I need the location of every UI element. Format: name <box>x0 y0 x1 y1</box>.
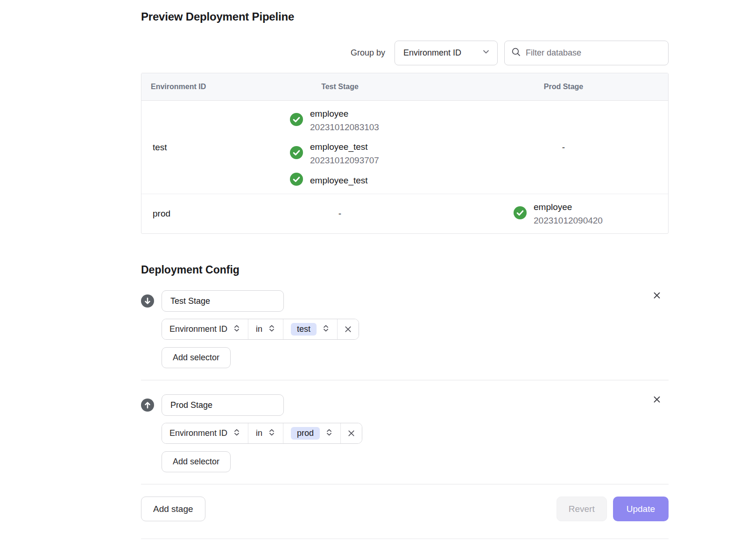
stage-name-input[interactable]: Prod Stage <box>162 394 284 416</box>
column-header-test-stage: Test Stage <box>221 83 459 91</box>
remove-selector-button[interactable] <box>341 423 362 443</box>
unfold-more-icon <box>233 428 240 439</box>
environment-id-cell: prod <box>141 209 221 219</box>
group-by-label: Group by <box>351 48 385 58</box>
column-header-environment-id: Environment ID <box>141 83 221 91</box>
prod-stage-cell: employee 20231012090420 <box>459 200 668 228</box>
stage-config-prod: Prod Stage Environment ID in <box>141 380 669 484</box>
prod-stage-empty-cell: - <box>459 142 668 153</box>
filter-database-box <box>504 41 669 65</box>
main-content: Preview Deployment Pipeline Group by Env… <box>141 0 669 539</box>
success-check-icon <box>290 146 303 161</box>
column-header-prod-stage: Prod Stage <box>459 83 668 91</box>
success-check-icon <box>514 206 527 221</box>
selector-key-dropdown[interactable]: Environment ID <box>162 319 248 339</box>
selector-operator-dropdown[interactable]: in <box>248 319 283 339</box>
selector-operator-value: in <box>256 324 262 334</box>
stage-header: Test Stage <box>141 290 669 312</box>
unfold-more-icon <box>325 428 333 439</box>
database-name: employee_test <box>310 140 379 154</box>
deployment-entry: employee 20231012083103 <box>290 107 390 134</box>
selector-value-pill: prod <box>291 427 320 440</box>
table-row-prod: prod - employee 20231012090420 <box>141 194 668 233</box>
stage-header: Prod Stage <box>141 394 669 416</box>
chevron-down-icon <box>482 48 490 58</box>
schema-version: 20231012083103 <box>310 120 379 134</box>
remove-stage-button[interactable] <box>652 394 662 405</box>
config-footer: Add stage Revert Update <box>141 497 669 521</box>
arrow-down-circle-icon <box>141 294 154 308</box>
test-stage-cell: employee 20231012083103 employee_test 20… <box>221 107 459 188</box>
database-name: employee_test <box>310 174 368 187</box>
deployment-entry: employee_test 20231012093707 <box>290 140 390 168</box>
unfold-more-icon <box>268 428 275 439</box>
deployment-entry: employee_test <box>290 173 390 188</box>
stage-name-input[interactable]: Test Stage <box>162 290 284 312</box>
selector-key-value: Environment ID <box>169 428 227 438</box>
revert-button[interactable]: Revert <box>557 497 607 521</box>
add-selector-button[interactable]: Add selector <box>162 451 231 472</box>
selector-key-value: Environment ID <box>169 324 227 334</box>
filter-database-input[interactable] <box>526 48 662 58</box>
add-selector-button[interactable]: Add selector <box>162 347 231 368</box>
success-check-icon <box>290 173 303 188</box>
deployment-entry: employee 20231012090420 <box>514 200 613 228</box>
selector-operator-value: in <box>256 428 262 438</box>
page-title: Preview Deployment Pipeline <box>141 10 669 23</box>
selector-value-dropdown[interactable]: test <box>283 319 338 339</box>
database-name: employee <box>310 107 379 120</box>
schema-version: 20231012093707 <box>310 154 379 167</box>
pipeline-toolbar: Group by Environment ID <box>141 41 669 65</box>
update-button[interactable]: Update <box>613 497 669 521</box>
table-header-row: Environment ID Test Stage Prod Stage <box>141 73 668 101</box>
group-by-select[interactable]: Environment ID <box>395 41 498 65</box>
unfold-more-icon <box>322 324 330 335</box>
schema-version: 20231012090420 <box>534 214 603 227</box>
unfold-more-icon <box>268 324 275 335</box>
remove-stage-button[interactable] <box>652 290 662 301</box>
database-name: employee <box>534 200 603 214</box>
table-row-test: test employee 20231012083103 <box>141 101 668 194</box>
selector-value-dropdown[interactable]: prod <box>283 423 341 443</box>
selector-row: Environment ID in prod <box>162 423 362 444</box>
remove-selector-button[interactable] <box>338 319 359 339</box>
selector-row: Environment ID in test <box>162 319 359 340</box>
selector-operator-dropdown[interactable]: in <box>248 423 283 443</box>
test-stage-empty-cell: - <box>221 209 459 219</box>
selector-key-dropdown[interactable]: Environment ID <box>162 423 248 443</box>
unfold-more-icon <box>233 324 240 335</box>
search-icon <box>511 47 521 59</box>
add-stage-button[interactable]: Add stage <box>141 497 205 521</box>
deployment-config-heading: Deployment Config <box>141 264 669 276</box>
arrow-up-circle-icon <box>141 399 154 412</box>
success-check-icon <box>290 113 303 128</box>
pipeline-table: Environment ID Test Stage Prod Stage tes… <box>141 73 669 234</box>
stage-config-test: Test Stage Environment ID in <box>141 276 669 380</box>
stage-name-value: Test Stage <box>170 296 210 306</box>
bottom-divider <box>141 521 669 539</box>
stage-name-value: Prod Stage <box>170 400 212 410</box>
selector-value-pill: test <box>291 323 317 336</box>
environment-id-cell: test <box>141 142 221 153</box>
group-by-selected-value: Environment ID <box>403 48 461 58</box>
